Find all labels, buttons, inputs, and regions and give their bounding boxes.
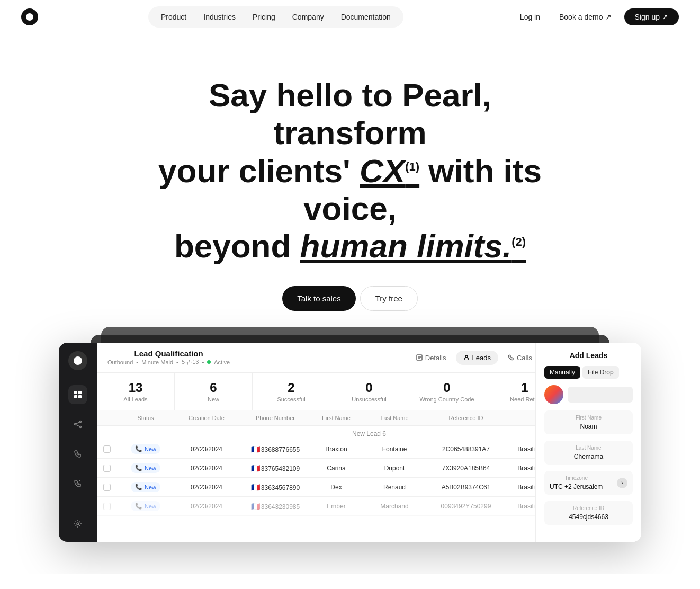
- sidebar-logo: [68, 351, 87, 370]
- row-status: 📞 New: [119, 482, 172, 492]
- hero-section: Say hello to Pearl, transform your clien…: [0, 34, 700, 574]
- stat-all-leads: 13 All Leads: [97, 373, 175, 410]
- signup-button[interactable]: Sign up ↗: [624, 8, 679, 25]
- sidebar-item-share[interactable]: [68, 415, 87, 434]
- timezone-field: Timezone UTC +2 Jerusalem ›: [544, 471, 633, 495]
- sidebar-item-settings[interactable]: [68, 514, 87, 533]
- sidebar-item-phone2[interactable]: [68, 474, 87, 493]
- svg-point-9: [77, 523, 79, 525]
- row-last: Dupont: [363, 465, 426, 472]
- svg-line-8: [76, 425, 80, 426]
- th-ref: Reference ID: [426, 415, 506, 421]
- svg-rect-2: [74, 395, 77, 398]
- th-phone: Phone Number: [241, 415, 310, 421]
- avatar: [544, 385, 563, 404]
- row-phone: 🇫🇷33765432109: [241, 464, 310, 472]
- row-phone: 🇫🇷33634567890: [241, 483, 310, 492]
- app-layout: Lead Qualification Outbound • Minute Mai…: [59, 343, 641, 542]
- row-phone: 🇫🇷33688776655: [241, 445, 310, 453]
- row-last: Fontaine: [363, 445, 426, 453]
- campaign-meta: Outbound • Minute Maid • 5구·13 • Active: [107, 358, 230, 366]
- row-first: Dex: [310, 484, 363, 491]
- first-name-field: First Name Noam: [544, 410, 633, 434]
- timezone-arrow[interactable]: ›: [617, 478, 627, 488]
- tab-calls[interactable]: Calls: [500, 351, 540, 365]
- add-leads-panel: Add Leads Manually File Drop: [535, 343, 641, 542]
- row-first: Ember: [310, 503, 363, 510]
- status-dot: [207, 360, 211, 364]
- panel-tabs: Manually File Drop: [544, 366, 633, 379]
- row-date: 02/23/2024: [172, 484, 241, 491]
- row-ref: A5B02B9374C61: [426, 484, 506, 491]
- navbar: Product Industries Pricing Company Docum…: [0, 0, 700, 34]
- row-checkbox[interactable]: [103, 445, 111, 453]
- last-name-field: Last Name Chemama: [544, 441, 633, 465]
- th-checkbox: [103, 415, 119, 421]
- svg-rect-3: [78, 395, 82, 398]
- svg-line-7: [76, 422, 80, 424]
- tab-file-drop[interactable]: File Drop: [582, 366, 619, 379]
- nav-menu: Product Industries Pricing Company Docum…: [148, 6, 403, 28]
- nav-item-pricing[interactable]: Pricing: [245, 10, 283, 24]
- talk-to-sales-button[interactable]: Talk to sales: [282, 286, 356, 311]
- try-free-button[interactable]: Try free: [360, 286, 418, 311]
- row-status: 📞 New: [119, 501, 172, 511]
- th-first: First Name: [310, 415, 363, 421]
- row-last: Marchand: [363, 503, 426, 510]
- row-status: 📞 New: [119, 444, 172, 454]
- row-checkbox[interactable]: [103, 465, 111, 472]
- row-date: 02/23/2024: [172, 445, 241, 453]
- row-date: 02/23/2024: [172, 465, 241, 472]
- svg-point-4: [75, 424, 76, 425]
- logo: [21, 8, 38, 25]
- stat-wrong-country: 0 Wrong Country Code: [408, 373, 486, 410]
- nav-item-industries[interactable]: Industries: [196, 10, 243, 24]
- hero-title: Say hello to Pearl, transform your clien…: [143, 76, 557, 265]
- dashboard-preview: Lead Qualification Outbound • Minute Mai…: [21, 343, 679, 542]
- svg-rect-1: [78, 391, 82, 394]
- row-first: Carina: [310, 465, 363, 472]
- campaign-title: Lead Qualification: [107, 349, 230, 358]
- row-ref: 2C065488391A7: [426, 445, 506, 453]
- avatar-row: [544, 385, 633, 404]
- row-checkbox[interactable]: [103, 503, 111, 510]
- nav-right: Log in Book a demo ↗ Sign up ↗: [514, 8, 679, 25]
- external-link-icon: ↗: [605, 13, 612, 21]
- app-window: Lead Qualification Outbound • Minute Mai…: [59, 343, 641, 542]
- row-checkbox[interactable]: [103, 484, 111, 491]
- tab-leads[interactable]: Leads: [456, 351, 498, 365]
- stat-unsuccessful: 0 Unsuccessful: [330, 373, 408, 410]
- row-date: 02/23/2024: [172, 503, 241, 510]
- svg-point-5: [80, 421, 82, 423]
- row-status: 📞 New: [119, 463, 172, 473]
- th-date: Creation Date: [172, 415, 241, 421]
- hero-cta-group: Talk to sales Try free: [282, 286, 418, 311]
- row-ref: 7X3920A185B64: [426, 465, 506, 472]
- tab-details[interactable]: Details: [409, 351, 454, 365]
- nav-item-product[interactable]: Product: [154, 10, 194, 24]
- stat-successful: 2 Successful: [253, 373, 330, 410]
- row-phone: 🇫🇷33643230985: [241, 502, 310, 511]
- arrow-icon: ↗: [662, 13, 668, 21]
- th-last: Last Name: [363, 415, 426, 421]
- svg-point-6: [80, 426, 82, 428]
- row-last: Renaud: [363, 484, 426, 491]
- tab-manually[interactable]: Manually: [544, 366, 580, 379]
- sidebar: [59, 343, 97, 542]
- row-ref: 0093492Y750299: [426, 503, 506, 510]
- sidebar-item-phone[interactable]: [68, 444, 87, 463]
- campaign-info: Lead Qualification Outbound • Minute Mai…: [107, 349, 230, 366]
- stat-new: 6 New: [175, 373, 253, 410]
- main-content: Lead Qualification Outbound • Minute Mai…: [97, 343, 641, 542]
- login-button[interactable]: Log in: [514, 8, 546, 25]
- nav-item-documentation[interactable]: Documentation: [334, 10, 398, 24]
- svg-rect-0: [74, 391, 77, 394]
- row-first: Braxton: [310, 445, 363, 453]
- reference-id-field: Reference ID 4549cjds4663: [544, 501, 633, 525]
- nav-item-company[interactable]: Company: [285, 10, 331, 24]
- sidebar-item-grid[interactable]: [68, 385, 87, 404]
- th-status: Status: [119, 415, 172, 421]
- panel-title: Add Leads: [544, 351, 633, 360]
- demo-button[interactable]: Book a demo ↗: [553, 8, 618, 25]
